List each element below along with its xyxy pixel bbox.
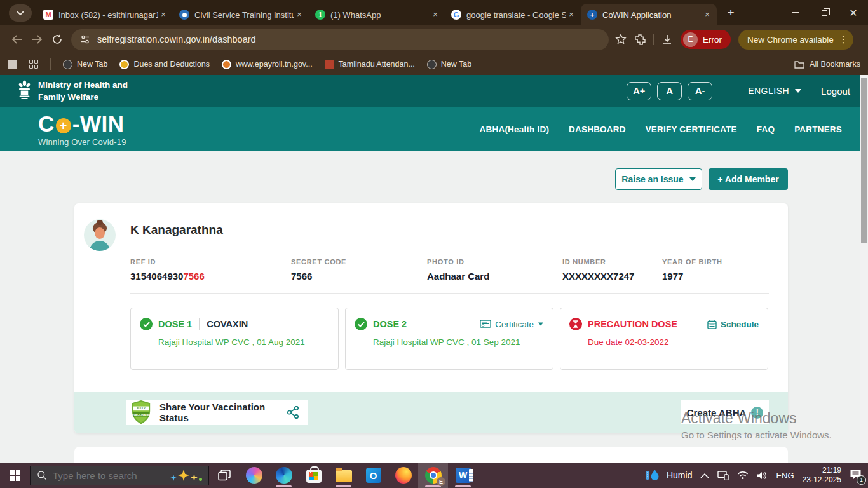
bookmark-dues-deductions[interactable]: Dues and Deductions: [119, 60, 210, 69]
font-increase-button[interactable]: A+: [627, 82, 651, 100]
address-bar[interactable]: selfregistration.cowin.gov.in/dashboard: [71, 29, 609, 50]
task-view-button[interactable]: [209, 463, 239, 488]
tab-whatsapp[interactable]: 1 (1) WhatsApp ×: [309, 4, 445, 25]
bookmark-new-tab-1[interactable]: New Tab: [63, 60, 107, 69]
member-card: K Kanagarathna REF ID 31540649307566 SEC…: [74, 203, 788, 433]
extensions-icon[interactable]: [634, 34, 646, 45]
cast-device-icon[interactable]: [717, 470, 729, 480]
schedule-button[interactable]: Schedule: [707, 320, 759, 329]
profile-error-pill[interactable]: E Error: [681, 30, 731, 49]
toolbar-separator: [653, 34, 654, 45]
notification-center-button[interactable]: 1: [850, 469, 862, 482]
forward-button[interactable]: [27, 29, 47, 50]
logout-button[interactable]: Logout: [821, 86, 850, 97]
tab-cowin-active[interactable]: + CoWIN Application ×: [581, 4, 717, 25]
tab-search-button[interactable]: [9, 4, 32, 22]
nav-faq[interactable]: FAQ: [757, 125, 775, 134]
microsoft-store-icon: [306, 470, 322, 483]
tab-gmail[interactable]: M Inbox (582) - esithirunagar11 ×: [37, 4, 173, 25]
taskbar-edge[interactable]: [269, 463, 299, 488]
share-status-label: Share Your Vaccination Status: [159, 402, 279, 423]
back-button[interactable]: [6, 29, 27, 50]
minimize-button[interactable]: [780, 0, 810, 25]
input-language-indicator[interactable]: ENG: [776, 471, 794, 480]
tab-title: Civil Service Training Institute: [194, 10, 294, 20]
dose1-title: DOSE 1: [158, 319, 192, 329]
search-input[interactable]: [53, 470, 148, 481]
tab-google-translate[interactable]: G google translate - Google Se ×: [445, 4, 581, 25]
taskbar-firefox[interactable]: [388, 463, 418, 488]
tab-close-icon[interactable]: ×: [158, 9, 169, 20]
apps-grid-icon[interactable]: [29, 60, 38, 69]
taskbar-store[interactable]: [299, 463, 329, 488]
font-decrease-button[interactable]: A-: [688, 82, 712, 100]
plus-circle-icon: +: [56, 118, 71, 133]
tab-close-icon[interactable]: ×: [430, 9, 441, 20]
india-emblem-icon: [18, 80, 31, 102]
firefox-icon: [395, 467, 412, 484]
raise-issue-label: Raise an Issue: [621, 174, 683, 184]
file-explorer-icon: [336, 470, 352, 482]
taskbar-search-box[interactable]: [30, 466, 209, 485]
add-member-button[interactable]: + Add Member: [709, 168, 788, 190]
all-bookmarks-label: All Bookmarks: [810, 60, 860, 69]
close-window-button[interactable]: ✕: [839, 0, 868, 25]
reload-button[interactable]: [47, 29, 67, 50]
government-band-right: A+ A A- ENGLISH Logout: [621, 82, 850, 100]
tab-close-icon[interactable]: ×: [294, 9, 305, 20]
nav-abha[interactable]: ABHA(Health ID): [480, 125, 550, 134]
tab-close-icon[interactable]: ×: [566, 9, 577, 20]
all-bookmarks-button[interactable]: All Bookmarks: [794, 60, 860, 69]
nav-verify-certificate[interactable]: VERIFY CERTIFICATE: [646, 125, 737, 134]
search-highlights-icon[interactable]: [170, 470, 202, 481]
activate-windows-watermark: Activate Windows: [681, 410, 797, 427]
page-scrollbar[interactable]: [860, 75, 868, 463]
nav-dashboard[interactable]: DASHBOARD: [569, 125, 626, 134]
ministry-name: Ministry of Health and Family Welfare: [38, 79, 128, 103]
download-icon[interactable]: [661, 34, 673, 45]
side-panel-icon[interactable]: [8, 60, 17, 69]
taskbar-chrome-active[interactable]: E: [418, 463, 448, 488]
bookmark-label: Tamilnadu Attendan...: [339, 60, 415, 69]
toolbar-right: E Error New Chrome available ⋮: [615, 30, 853, 50]
bookmark-epayroll[interactable]: www.epayroll.tn.gov...: [222, 60, 313, 69]
certificate-dropdown[interactable]: Certificate: [480, 320, 544, 329]
volume-icon[interactable]: [757, 471, 768, 480]
taskbar-outlook[interactable]: O: [358, 463, 388, 488]
chevron-down-icon: [17, 11, 24, 16]
wifi-icon[interactable]: [737, 471, 749, 480]
cowin-logo[interactable]: C + -WIN Winning Over Covid-19: [38, 111, 126, 147]
tab-close-icon[interactable]: ×: [702, 9, 713, 20]
restore-button[interactable]: [810, 0, 839, 25]
new-tab-button[interactable]: +: [722, 4, 740, 22]
tray-expand-icon[interactable]: [700, 473, 709, 478]
scrollbar-thumb[interactable]: [861, 78, 867, 243]
precaution-dose-title: PRECAUTION DOSE: [588, 319, 677, 329]
tab-csti[interactable]: Civil Service Training Institute ×: [173, 4, 309, 25]
chrome-update-pill[interactable]: New Chrome available ⋮: [738, 30, 853, 50]
weather-widget[interactable]: Humid: [646, 469, 692, 482]
language-selector[interactable]: ENGLISH: [748, 86, 801, 96]
font-normal-button[interactable]: A: [657, 82, 682, 100]
field-ref-id: REF ID 31540649307566: [130, 258, 291, 281]
header-separator: [811, 83, 811, 98]
schedule-label: Schedule: [721, 320, 759, 329]
bookmark-star-icon[interactable]: [615, 34, 627, 45]
field-year-of-birth: YEAR OF BIRTH 1977: [662, 258, 722, 281]
start-button[interactable]: [0, 463, 30, 488]
cowin-page: Ministry of Health and Family Welfare A+…: [0, 75, 868, 463]
taskbar-clock[interactable]: 21:19 23-12-2025: [803, 466, 841, 485]
taskbar-word[interactable]: W: [448, 463, 478, 488]
taskbar-file-explorer[interactable]: [329, 463, 358, 488]
share-vaccination-status-button[interactable]: FULLY ✓VACCINATED Share Your Vaccination…: [126, 400, 308, 425]
cowin-favicon: +: [587, 10, 597, 20]
divider: [130, 293, 769, 294]
bookmark-new-tab-2[interactable]: New Tab: [427, 60, 471, 69]
nav-partners[interactable]: PARTNERS: [794, 125, 842, 134]
menu-kebab-icon[interactable]: ⋮: [839, 34, 848, 45]
raise-issue-button[interactable]: Raise an Issue: [615, 168, 702, 190]
taskbar-copilot[interactable]: [239, 463, 269, 488]
google-icon: G: [451, 10, 461, 20]
bookmark-tamilnadu-attendance[interactable]: Tamilnadu Attendan...: [325, 60, 415, 69]
check-circle-icon: [355, 318, 367, 330]
